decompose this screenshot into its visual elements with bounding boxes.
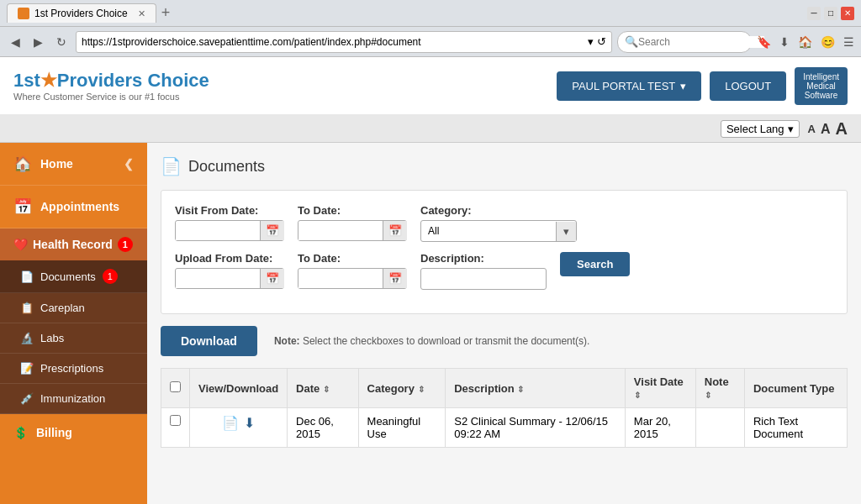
th-description[interactable]: Description ⇕ — [446, 369, 626, 408]
prescriptions-label: Prescriptions — [40, 362, 103, 375]
tab-close-button[interactable]: ✕ — [138, 8, 145, 19]
portal-test-button[interactable]: PAUL PORTAL TEST ▾ — [557, 71, 701, 101]
sidebar-item-prescriptions[interactable]: 📝 Prescriptions — [0, 354, 147, 384]
visit-from-date-calendar-icon[interactable]: 📅 — [260, 221, 284, 240]
logout-button[interactable]: LOGOUT — [710, 71, 786, 101]
category-select-wrapper[interactable]: All ▾ — [420, 220, 577, 242]
forward-button[interactable]: ▶ — [29, 34, 47, 50]
download-icon[interactable]: ⬇ — [779, 35, 790, 49]
th-date[interactable]: Date ⇕ — [288, 369, 358, 408]
sidebar-item-health-record[interactable]: ❤️ Health Record 1 — [0, 228, 147, 260]
visit-from-date-input[interactable] — [176, 222, 260, 240]
back-button[interactable]: ◀ — [7, 34, 24, 50]
font-medium-button[interactable]: A — [821, 119, 831, 139]
browser-tab[interactable]: 1st Providers Choice ✕ — [7, 3, 156, 23]
billing-icon: 💲 — [13, 426, 28, 439]
search-button[interactable]: Search — [560, 252, 630, 276]
ims-line2: Medical — [803, 81, 839, 91]
visit-from-date-wrapper[interactable]: 📅 — [175, 220, 284, 241]
row-checkbox[interactable] — [170, 415, 181, 426]
to-date-1-label: To Date: — [298, 204, 407, 217]
language-bar: Select Lang ▾ A A A — [0, 116, 861, 143]
sidebar-item-careplan[interactable]: 📋 Careplan — [0, 293, 147, 323]
documents-page-title: Documents — [188, 158, 265, 176]
close-button[interactable]: ✕ — [841, 7, 854, 20]
sidebar-item-appointments[interactable]: 📅 Appointments — [0, 186, 147, 228]
th-view-download: View/Download — [190, 369, 288, 408]
form-row-2: Upload From Date: 📅 To Date: 📅 — [175, 252, 833, 290]
table-header-row: View/Download Date ⇕ Category ⇕ Descript… — [161, 369, 848, 408]
toolbar-icons: 🔖 ⬇ 🏠 😊 ☰ — [757, 35, 854, 49]
logo-subtitle: Where Customer Service is our #1 focus — [13, 92, 557, 102]
row-checkbox-cell[interactable] — [161, 408, 190, 448]
documents-badge: 1 — [103, 269, 118, 284]
sidebar-item-immunization[interactable]: 💉 Immunization — [0, 384, 147, 414]
th-category[interactable]: Category ⇕ — [358, 369, 446, 408]
category-select[interactable]: All — [421, 221, 556, 241]
search-icon: 🔍 — [625, 35, 638, 48]
select-all-checkbox[interactable] — [170, 381, 181, 392]
description-input[interactable] — [420, 268, 547, 290]
font-small-button[interactable]: A — [808, 119, 816, 139]
action-icons: 📄 ⬇ — [198, 415, 278, 431]
sidebar-collapse-icon[interactable]: ❮ — [124, 157, 134, 171]
portal-btn-label: PAUL PORTAL TEST — [572, 80, 675, 92]
to-date-1-input[interactable] — [298, 222, 383, 240]
address-bar[interactable] — [82, 36, 588, 48]
browser-titlebar: 1st Providers Choice ✕ + ─ □ ✕ — [0, 0, 861, 27]
row-visit-date-cell: Mar 20, 2015 — [625, 408, 695, 448]
upload-from-date-label: Upload From Date: — [175, 252, 284, 265]
logo-area: 1st★Providers Choice Where Customer Serv… — [13, 70, 557, 102]
face-icon[interactable]: 😊 — [821, 35, 835, 49]
browser-search-box[interactable]: 🔍 — [617, 31, 752, 53]
refresh-small-icon: ↺ — [597, 35, 606, 48]
to-date-2-wrapper[interactable]: 📅 — [298, 268, 407, 289]
address-bar-container[interactable]: ▾ ↺ — [76, 31, 612, 53]
main-layout: 🏠 Home ❮ 📅 Appointments ❤️ Health Record… — [0, 143, 861, 504]
download-file-icon[interactable]: ⬇ — [244, 415, 255, 431]
health-record-badge: 1 — [118, 237, 133, 252]
documents-icon: 📄 — [20, 270, 34, 283]
view-file-icon[interactable]: 📄 — [222, 415, 239, 431]
lang-select-wrapper[interactable]: Select Lang ▾ — [721, 120, 800, 138]
to-date-1-wrapper[interactable]: 📅 — [298, 220, 407, 241]
sidebar-home-label: Home — [40, 157, 73, 171]
to-date-2-calendar-icon[interactable]: 📅 — [383, 269, 407, 288]
row-doc-type: Rich Text Document — [753, 415, 803, 440]
logout-btn-label: LOGOUT — [725, 80, 771, 92]
to-date-1-calendar-icon[interactable]: 📅 — [383, 221, 407, 240]
th-checkbox — [161, 369, 190, 408]
menu-icon[interactable]: ☰ — [843, 35, 854, 49]
upload-from-date-wrapper[interactable]: 📅 — [175, 268, 284, 289]
home-icon[interactable]: 🏠 — [798, 35, 812, 49]
maximize-button[interactable]: □ — [824, 7, 837, 20]
refresh-button[interactable]: ↻ — [52, 34, 71, 50]
row-description-cell: S2 Clinical Summary - 12/06/15 09:22 AM — [446, 408, 626, 448]
home-icon: 🏠 — [13, 155, 32, 173]
content-area: 📄 Documents Visit From Date: 📅 To Date: — [147, 143, 861, 504]
to-date-2-input[interactable] — [298, 270, 383, 288]
row-date-cell: Dec 06, 2015 — [288, 408, 358, 448]
th-visit-date[interactable]: Visit Date ⇕ — [625, 369, 695, 408]
immunization-label: Immunization — [40, 392, 105, 405]
bookmark-icon[interactable]: 🔖 — [757, 35, 771, 49]
minimize-button[interactable]: ─ — [807, 7, 821, 20]
font-large-button[interactable]: A — [836, 119, 848, 139]
row-visit-date: Mar 20, 2015 — [634, 415, 671, 440]
upload-from-date-input[interactable] — [176, 270, 260, 288]
upload-from-date-calendar-icon[interactable]: 📅 — [260, 269, 284, 288]
logo-title: 1st★Providers Choice — [13, 70, 557, 92]
sidebar-item-labs[interactable]: 🔬 Labs — [0, 323, 147, 354]
browser-toolbar: ◀ ▶ ↻ ▾ ↺ 🔍 🔖 ⬇ 🏠 😊 ☰ — [0, 27, 861, 57]
browser-search-input[interactable] — [638, 36, 764, 48]
sidebar-item-home[interactable]: 🏠 Home ❮ — [0, 143, 147, 186]
sidebar-item-documents[interactable]: 📄 Documents 1 — [0, 260, 147, 293]
download-button[interactable]: Download — [161, 326, 257, 356]
tab-favicon — [18, 8, 29, 19]
new-tab-button[interactable]: + — [161, 4, 171, 22]
sidebar-item-billing[interactable]: 💲 Billing — [0, 414, 147, 451]
documents-page-icon: 📄 — [161, 156, 182, 176]
th-note[interactable]: Note ⇕ — [695, 369, 744, 408]
action-row: Download Note: Select the checkboxes to … — [161, 326, 848, 356]
select-lang-label: Select Lang — [726, 123, 784, 135]
